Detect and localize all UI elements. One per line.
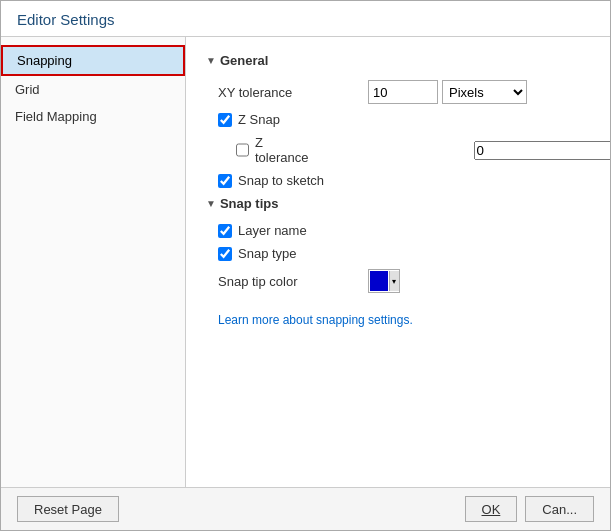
xy-tolerance-input-group: Pixels Map Units xyxy=(368,80,527,104)
z-tolerance-checkbox[interactable] xyxy=(236,143,249,157)
xy-tolerance-input[interactable] xyxy=(368,80,438,104)
snap-tips-section: ▼ Snap tips Layer name Snap type Snap ti… xyxy=(206,196,590,293)
snap-tips-section-header[interactable]: ▼ Snap tips xyxy=(206,196,590,211)
layer-name-row: Layer name xyxy=(206,223,590,238)
cancel-button[interactable]: Can... xyxy=(525,496,594,522)
snap-tip-color-label: Snap tip color xyxy=(218,274,368,289)
snap-type-label: Snap type xyxy=(238,246,297,261)
layer-name-checkbox[interactable] xyxy=(218,224,232,238)
sidebar-item-field-mapping[interactable]: Field Mapping xyxy=(1,103,185,130)
footer-left: Reset Page xyxy=(17,496,119,522)
content-area: ▼ General XY tolerance Pixels Map Units … xyxy=(186,37,610,487)
footer-right: OK Can... xyxy=(465,496,594,522)
snap-tips-chevron-icon: ▼ xyxy=(206,198,216,209)
z-snap-checkbox[interactable] xyxy=(218,113,232,127)
dialog-body: Snapping Grid Field Mapping ▼ General XY… xyxy=(1,37,610,487)
z-tolerance-label: Z tolerance xyxy=(255,135,308,165)
snap-tips-section-label: Snap tips xyxy=(220,196,279,211)
z-snap-label: Z Snap xyxy=(238,112,280,127)
snap-type-row: Snap type xyxy=(206,246,590,261)
learn-more-link[interactable]: Learn more about snapping settings. xyxy=(206,313,590,327)
general-section-label: General xyxy=(220,53,268,68)
editor-settings-dialog: Editor Settings Snapping Grid Field Mapp… xyxy=(0,0,611,531)
ok-button[interactable]: OK xyxy=(465,496,518,522)
xy-tolerance-unit-select[interactable]: Pixels Map Units xyxy=(442,80,527,104)
snap-tip-color-swatch xyxy=(370,271,388,291)
snap-to-sketch-row: Snap to sketch xyxy=(206,173,590,188)
general-section-header[interactable]: ▼ General xyxy=(206,53,590,68)
reset-page-button[interactable]: Reset Page xyxy=(17,496,119,522)
z-tolerance-row: Z tolerance Z units xyxy=(206,135,590,165)
z-tolerance-input xyxy=(474,141,610,160)
sidebar-item-snapping[interactable]: Snapping xyxy=(1,45,185,76)
dialog-title: Editor Settings xyxy=(1,1,610,37)
dialog-footer: Reset Page OK Can... xyxy=(1,487,610,530)
snap-to-sketch-label: Snap to sketch xyxy=(238,173,324,188)
xy-tolerance-row: XY tolerance Pixels Map Units xyxy=(206,80,590,104)
xy-tolerance-label: XY tolerance xyxy=(218,85,368,100)
color-dropdown-arrow-icon[interactable]: ▾ xyxy=(389,271,399,291)
z-snap-row: Z Snap xyxy=(206,112,590,127)
general-chevron-icon: ▼ xyxy=(206,55,216,66)
snap-type-checkbox[interactable] xyxy=(218,247,232,261)
snap-to-sketch-checkbox[interactable] xyxy=(218,174,232,188)
layer-name-label: Layer name xyxy=(238,223,307,238)
sidebar-item-grid[interactable]: Grid xyxy=(1,76,185,103)
snap-tip-color-row: Snap tip color ▾ xyxy=(206,269,590,293)
snap-tip-color-button[interactable]: ▾ xyxy=(368,269,400,293)
sidebar: Snapping Grid Field Mapping xyxy=(1,37,186,487)
